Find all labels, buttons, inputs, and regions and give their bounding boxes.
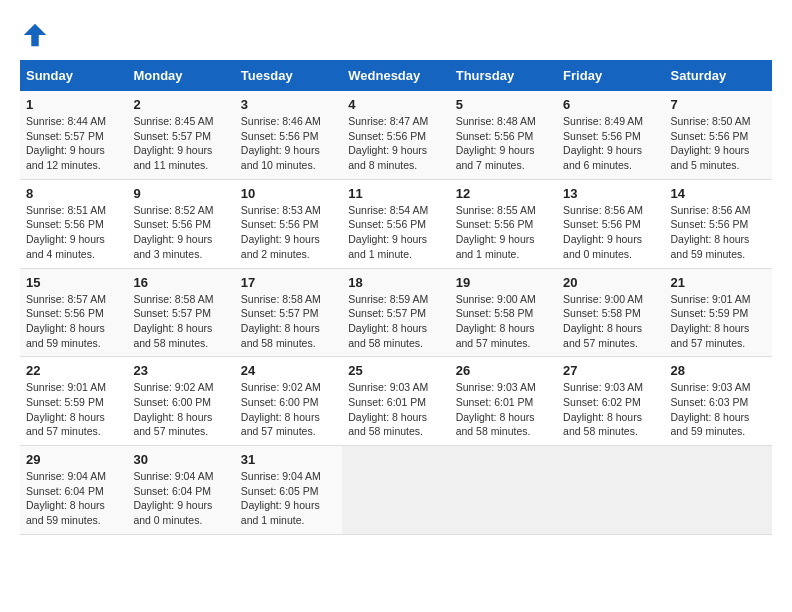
day-info: Sunrise: 8:56 AMSunset: 5:56 PMDaylight:…: [563, 203, 658, 262]
day-info: Sunrise: 8:53 AMSunset: 5:56 PMDaylight:…: [241, 203, 336, 262]
day-number: 11: [348, 186, 443, 201]
day-info: Sunrise: 8:49 AMSunset: 5:56 PMDaylight:…: [563, 114, 658, 173]
calendar-cell: 5 Sunrise: 8:48 AMSunset: 5:56 PMDayligh…: [450, 91, 557, 179]
weekday-wednesday: Wednesday: [342, 60, 449, 91]
day-info: Sunrise: 9:00 AMSunset: 5:58 PMDaylight:…: [563, 292, 658, 351]
calendar-cell: [342, 446, 449, 535]
calendar-cell: 27 Sunrise: 9:03 AMSunset: 6:02 PMDaylig…: [557, 357, 664, 446]
weekday-sunday: Sunday: [20, 60, 127, 91]
calendar-cell: 3 Sunrise: 8:46 AMSunset: 5:56 PMDayligh…: [235, 91, 342, 179]
day-info: Sunrise: 9:01 AMSunset: 5:59 PMDaylight:…: [26, 380, 121, 439]
calendar-cell: 6 Sunrise: 8:49 AMSunset: 5:56 PMDayligh…: [557, 91, 664, 179]
week-row-2: 8 Sunrise: 8:51 AMSunset: 5:56 PMDayligh…: [20, 179, 772, 268]
calendar-cell: 25 Sunrise: 9:03 AMSunset: 6:01 PMDaylig…: [342, 357, 449, 446]
day-info: Sunrise: 9:03 AMSunset: 6:01 PMDaylight:…: [348, 380, 443, 439]
day-number: 4: [348, 97, 443, 112]
calendar-cell: 1 Sunrise: 8:44 AMSunset: 5:57 PMDayligh…: [20, 91, 127, 179]
day-number: 2: [133, 97, 228, 112]
calendar-cell: 23 Sunrise: 9:02 AMSunset: 6:00 PMDaylig…: [127, 357, 234, 446]
calendar-cell: 19 Sunrise: 9:00 AMSunset: 5:58 PMDaylig…: [450, 268, 557, 357]
day-info: Sunrise: 9:04 AMSunset: 6:05 PMDaylight:…: [241, 469, 336, 528]
calendar-cell: 8 Sunrise: 8:51 AMSunset: 5:56 PMDayligh…: [20, 179, 127, 268]
day-number: 27: [563, 363, 658, 378]
calendar-cell: 26 Sunrise: 9:03 AMSunset: 6:01 PMDaylig…: [450, 357, 557, 446]
day-number: 21: [671, 275, 766, 290]
day-info: Sunrise: 9:01 AMSunset: 5:59 PMDaylight:…: [671, 292, 766, 351]
day-number: 20: [563, 275, 658, 290]
day-info: Sunrise: 8:44 AMSunset: 5:57 PMDaylight:…: [26, 114, 121, 173]
logo-icon: [20, 20, 50, 50]
weekday-thursday: Thursday: [450, 60, 557, 91]
calendar-cell: 30 Sunrise: 9:04 AMSunset: 6:04 PMDaylig…: [127, 446, 234, 535]
calendar-table: SundayMondayTuesdayWednesdayThursdayFrid…: [20, 60, 772, 535]
day-info: Sunrise: 9:03 AMSunset: 6:03 PMDaylight:…: [671, 380, 766, 439]
week-row-3: 15 Sunrise: 8:57 AMSunset: 5:56 PMDaylig…: [20, 268, 772, 357]
day-number: 9: [133, 186, 228, 201]
day-info: Sunrise: 8:55 AMSunset: 5:56 PMDaylight:…: [456, 203, 551, 262]
day-info: Sunrise: 8:51 AMSunset: 5:56 PMDaylight:…: [26, 203, 121, 262]
page-header: [20, 20, 772, 50]
day-info: Sunrise: 8:46 AMSunset: 5:56 PMDaylight:…: [241, 114, 336, 173]
day-number: 23: [133, 363, 228, 378]
day-info: Sunrise: 8:45 AMSunset: 5:57 PMDaylight:…: [133, 114, 228, 173]
day-number: 30: [133, 452, 228, 467]
weekday-monday: Monday: [127, 60, 234, 91]
day-number: 16: [133, 275, 228, 290]
day-number: 29: [26, 452, 121, 467]
calendar-cell: 11 Sunrise: 8:54 AMSunset: 5:56 PMDaylig…: [342, 179, 449, 268]
day-info: Sunrise: 8:58 AMSunset: 5:57 PMDaylight:…: [133, 292, 228, 351]
calendar-cell: 29 Sunrise: 9:04 AMSunset: 6:04 PMDaylig…: [20, 446, 127, 535]
calendar-cell: 31 Sunrise: 9:04 AMSunset: 6:05 PMDaylig…: [235, 446, 342, 535]
day-number: 10: [241, 186, 336, 201]
day-info: Sunrise: 8:57 AMSunset: 5:56 PMDaylight:…: [26, 292, 121, 351]
day-number: 28: [671, 363, 766, 378]
day-info: Sunrise: 8:54 AMSunset: 5:56 PMDaylight:…: [348, 203, 443, 262]
weekday-tuesday: Tuesday: [235, 60, 342, 91]
day-info: Sunrise: 9:02 AMSunset: 6:00 PMDaylight:…: [133, 380, 228, 439]
calendar-cell: 21 Sunrise: 9:01 AMSunset: 5:59 PMDaylig…: [665, 268, 772, 357]
day-info: Sunrise: 9:02 AMSunset: 6:00 PMDaylight:…: [241, 380, 336, 439]
day-number: 5: [456, 97, 551, 112]
day-number: 12: [456, 186, 551, 201]
day-number: 15: [26, 275, 121, 290]
calendar-cell: 12 Sunrise: 8:55 AMSunset: 5:56 PMDaylig…: [450, 179, 557, 268]
calendar-cell: 14 Sunrise: 8:56 AMSunset: 5:56 PMDaylig…: [665, 179, 772, 268]
day-number: 26: [456, 363, 551, 378]
day-info: Sunrise: 8:59 AMSunset: 5:57 PMDaylight:…: [348, 292, 443, 351]
day-info: Sunrise: 9:04 AMSunset: 6:04 PMDaylight:…: [26, 469, 121, 528]
day-number: 7: [671, 97, 766, 112]
calendar-cell: 28 Sunrise: 9:03 AMSunset: 6:03 PMDaylig…: [665, 357, 772, 446]
day-number: 3: [241, 97, 336, 112]
day-number: 17: [241, 275, 336, 290]
day-number: 8: [26, 186, 121, 201]
day-number: 25: [348, 363, 443, 378]
calendar-cell: 9 Sunrise: 8:52 AMSunset: 5:56 PMDayligh…: [127, 179, 234, 268]
calendar-cell: 13 Sunrise: 8:56 AMSunset: 5:56 PMDaylig…: [557, 179, 664, 268]
day-number: 14: [671, 186, 766, 201]
day-info: Sunrise: 8:48 AMSunset: 5:56 PMDaylight:…: [456, 114, 551, 173]
calendar-cell: 15 Sunrise: 8:57 AMSunset: 5:56 PMDaylig…: [20, 268, 127, 357]
day-number: 31: [241, 452, 336, 467]
calendar-header: SundayMondayTuesdayWednesdayThursdayFrid…: [20, 60, 772, 91]
day-info: Sunrise: 8:58 AMSunset: 5:57 PMDaylight:…: [241, 292, 336, 351]
day-info: Sunrise: 8:52 AMSunset: 5:56 PMDaylight:…: [133, 203, 228, 262]
calendar-cell: 22 Sunrise: 9:01 AMSunset: 5:59 PMDaylig…: [20, 357, 127, 446]
calendar-cell: [665, 446, 772, 535]
calendar-body: 1 Sunrise: 8:44 AMSunset: 5:57 PMDayligh…: [20, 91, 772, 534]
day-info: Sunrise: 9:00 AMSunset: 5:58 PMDaylight:…: [456, 292, 551, 351]
day-info: Sunrise: 8:56 AMSunset: 5:56 PMDaylight:…: [671, 203, 766, 262]
weekday-friday: Friday: [557, 60, 664, 91]
week-row-4: 22 Sunrise: 9:01 AMSunset: 5:59 PMDaylig…: [20, 357, 772, 446]
svg-marker-0: [24, 24, 47, 47]
calendar-cell: 24 Sunrise: 9:02 AMSunset: 6:00 PMDaylig…: [235, 357, 342, 446]
day-info: Sunrise: 9:04 AMSunset: 6:04 PMDaylight:…: [133, 469, 228, 528]
day-info: Sunrise: 9:03 AMSunset: 6:02 PMDaylight:…: [563, 380, 658, 439]
calendar-cell: [450, 446, 557, 535]
calendar-cell: [557, 446, 664, 535]
week-row-1: 1 Sunrise: 8:44 AMSunset: 5:57 PMDayligh…: [20, 91, 772, 179]
day-number: 19: [456, 275, 551, 290]
calendar-cell: 4 Sunrise: 8:47 AMSunset: 5:56 PMDayligh…: [342, 91, 449, 179]
calendar-cell: 20 Sunrise: 9:00 AMSunset: 5:58 PMDaylig…: [557, 268, 664, 357]
calendar-cell: 7 Sunrise: 8:50 AMSunset: 5:56 PMDayligh…: [665, 91, 772, 179]
calendar-cell: 2 Sunrise: 8:45 AMSunset: 5:57 PMDayligh…: [127, 91, 234, 179]
